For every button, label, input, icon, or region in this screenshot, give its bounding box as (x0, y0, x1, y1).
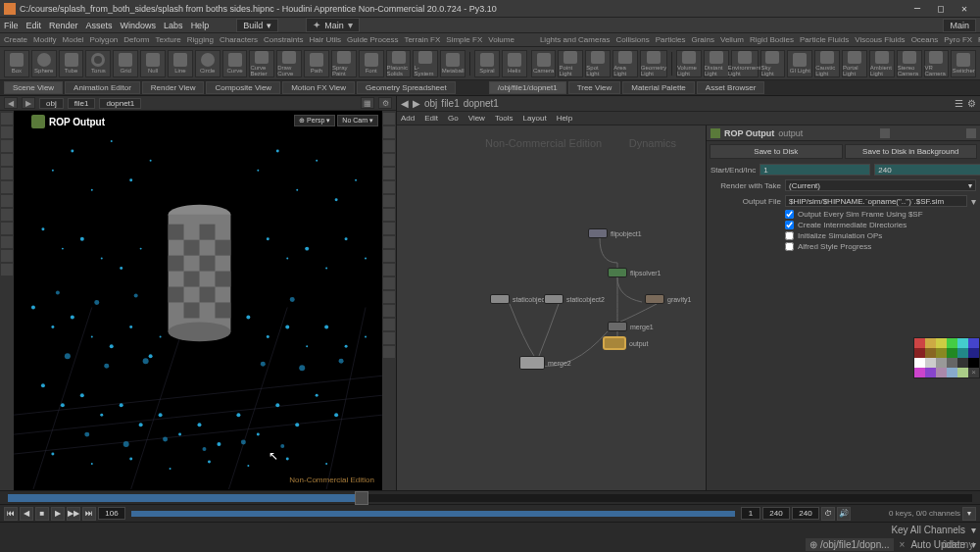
tool-helix[interactable]: Helix (502, 50, 527, 77)
persp-dropdown[interactable]: ⊕ Persp ▾ (294, 115, 335, 126)
tool-pointlight[interactable]: Point Light (558, 50, 583, 77)
tool-drawcurve[interactable]: Draw Curve (276, 50, 302, 77)
net-menu-help[interactable]: Help (557, 114, 572, 123)
tool-lsystem[interactable]: L-System (413, 50, 438, 77)
tool-curve[interactable]: Curve (222, 50, 248, 77)
menu-labs[interactable]: Labs (164, 21, 183, 30)
shelf-vellum[interactable]: Vellum (720, 35, 744, 44)
vtool-10[interactable] (1, 236, 13, 248)
net-nav-back[interactable]: ◀ (401, 98, 409, 109)
current-frame-input[interactable] (98, 507, 125, 520)
rvtool-4[interactable] (383, 154, 395, 166)
params-help-icon[interactable] (966, 128, 976, 138)
net-menu-view[interactable]: View (468, 114, 485, 123)
shelf-oceans[interactable]: Oceans (911, 35, 939, 44)
rvtool-5[interactable] (383, 168, 395, 179)
tab-geospreadsheet[interactable]: Geometry Spreadsheet (357, 81, 456, 94)
output-file-input[interactable] (785, 195, 967, 207)
tool-gilight[interactable]: GI Light (787, 50, 812, 77)
swatch-dyellow[interactable] (936, 348, 947, 358)
tool-spotlight[interactable]: Spot Light (585, 50, 611, 77)
play-prev[interactable]: ◀ (20, 507, 33, 521)
rvtool-11[interactable] (383, 250, 395, 262)
swatch-lgreen[interactable] (957, 368, 968, 377)
tool-camera[interactable]: Camera (531, 50, 557, 77)
tab-motionfx[interactable]: Motion FX View (282, 81, 355, 94)
net-menu-edit[interactable]: Edit (424, 114, 438, 123)
rvtool-2[interactable] (383, 126, 395, 138)
net-menu-tools[interactable]: Tools (495, 114, 514, 123)
tool-null[interactable]: Null (140, 50, 166, 77)
rvtool-18[interactable] (383, 346, 395, 358)
swatch-blue[interactable] (968, 338, 979, 348)
shelf-texture[interactable]: Texture (156, 35, 181, 44)
tab-sceneview[interactable]: Scene View (4, 81, 63, 94)
tool-distantlight[interactable]: Distant Light (704, 50, 729, 77)
shelf-deform[interactable]: Deform (123, 35, 149, 44)
rvtool-3[interactable] (383, 140, 395, 152)
tool-ambientlight[interactable]: Ambient Light (869, 50, 895, 77)
tool-arealight[interactable]: Area Light (612, 50, 638, 77)
vtool-9[interactable] (1, 223, 13, 234)
node-flipobject1[interactable]: flipobject1 (588, 228, 642, 238)
close-button[interactable]: ✕ (953, 2, 976, 16)
tool-path[interactable]: Path (304, 50, 329, 77)
net-menu-layout[interactable]: Layout (523, 114, 547, 123)
path-obj[interactable]: obj (39, 98, 64, 109)
swatch-lblue[interactable] (947, 368, 957, 377)
net-path-obj[interactable]: obj (424, 98, 437, 109)
vtool-7[interactable] (1, 195, 13, 207)
check-intermediate-dirs[interactable] (785, 221, 794, 229)
check-every-sim-frame[interactable] (785, 210, 794, 219)
shelf-particles[interactable]: Particles (656, 35, 686, 44)
swatch-dgray[interactable] (947, 358, 957, 368)
tool-sphere[interactable]: Sphere (31, 50, 57, 77)
shelf-simplefx[interactable]: Simple FX (446, 35, 482, 44)
save-to-disk-bg-button[interactable]: Save to Disk in Background (845, 144, 978, 159)
vp-opt1[interactable]: ▦ (361, 97, 374, 109)
vtool-12[interactable] (1, 264, 13, 276)
tool-curvebezier[interactable]: Curve Bezier (249, 50, 274, 77)
range-end2[interactable] (792, 507, 819, 520)
tool-stereocam[interactable]: Stereo Camera (897, 50, 922, 77)
tab-matpalette[interactable]: Material Palette (622, 81, 695, 94)
vtool-handle[interactable] (1, 168, 13, 179)
net-menu-add[interactable]: Add (401, 114, 415, 123)
desktop-dropdown[interactable]: Build▾ (236, 19, 278, 32)
swatch-dred[interactable] (914, 348, 925, 358)
swatch-dblue[interactable] (968, 348, 979, 358)
shelf-particlefluids[interactable]: Particle Fluids (800, 35, 849, 44)
play-play[interactable]: ▶ (51, 507, 65, 521)
node-merge1[interactable]: merge1 (608, 322, 654, 331)
network-view[interactable]: Non-Commercial Edition Dynamics flipobje… (397, 125, 706, 490)
rvtool-6[interactable] (383, 181, 395, 193)
swatch-cyan[interactable] (957, 338, 968, 348)
key-all-channels[interactable]: Key All Channels (891, 525, 965, 535)
tab-compositeview[interactable]: Composite View (206, 81, 280, 94)
play-last[interactable]: ⏭ (82, 507, 96, 521)
timeline-playhead[interactable] (355, 491, 368, 505)
nav-fwd[interactable]: ▶ (22, 97, 35, 109)
swatch-ddgray[interactable] (957, 358, 968, 368)
swatch-none[interactable]: × (968, 368, 979, 377)
tab-renderview[interactable]: Render View (142, 81, 205, 94)
vtool-move[interactable] (1, 126, 13, 138)
tab-treeview[interactable]: Tree View (568, 81, 621, 94)
menu-windows[interactable]: Windows (121, 21, 157, 30)
shelf-hairutils[interactable]: Hair Utils (310, 35, 341, 44)
node-merge2[interactable]: merge2 (519, 356, 571, 370)
vtool-select[interactable] (1, 113, 13, 125)
node-staticobject1[interactable]: staticobject1 (490, 294, 551, 304)
rvtool-13[interactable] (383, 277, 395, 289)
shelf-constraints[interactable]: Constraints (264, 35, 303, 44)
shelf-grains[interactable]: Grains (691, 35, 714, 44)
node-gravity1[interactable]: gravity1 (645, 294, 692, 304)
timeline-track[interactable] (8, 494, 972, 502)
start-frame-input[interactable] (760, 164, 870, 176)
range-start[interactable] (741, 507, 760, 520)
minimize-button[interactable]: ─ (906, 2, 929, 16)
net-path-file1[interactable]: file1 (441, 98, 459, 109)
tool-torus[interactable]: Torus (85, 50, 111, 77)
net-path-dopnet1[interactable]: dopnet1 (464, 98, 499, 109)
radial-dropdown[interactable]: ✦ Main ▾ (306, 18, 360, 32)
